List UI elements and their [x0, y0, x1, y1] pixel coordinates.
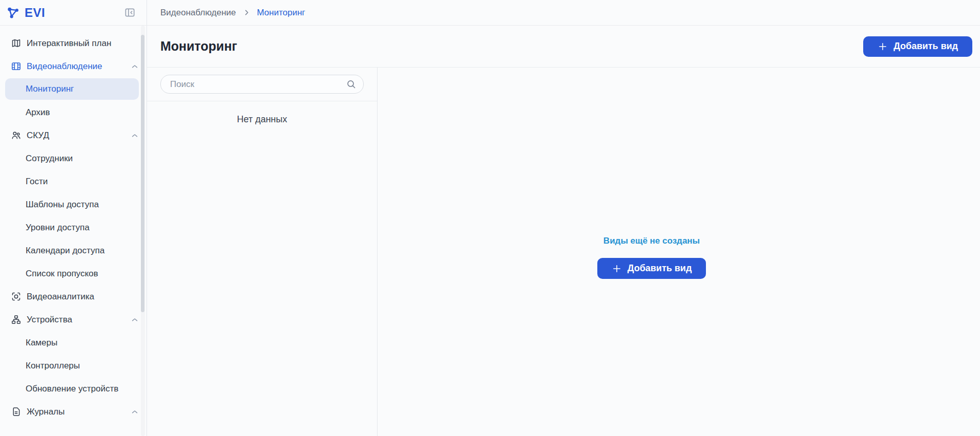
- sidebar-header: EVI: [0, 0, 147, 26]
- monitoring-canvas: Виды ещё не созданы Добавить вид: [378, 68, 980, 436]
- map-icon: [10, 38, 22, 49]
- plus-icon: [612, 264, 622, 274]
- sidebar-item-devices[interactable]: Устройства: [0, 308, 147, 331]
- sidebar: EVI Интерактивный план: [0, 0, 147, 436]
- breadcrumb-item-monitoring[interactable]: Мониторинг: [257, 8, 305, 18]
- app-logo[interactable]: EVI: [6, 6, 45, 20]
- sidebar-item-label: Гости: [26, 177, 48, 187]
- sidebar-item-video-surveillance[interactable]: Видеонаблюдение: [0, 55, 147, 78]
- workspace: Нет данных Виды ещё не созданы Добавить …: [147, 68, 980, 436]
- sidebar-item-guests[interactable]: Гости: [0, 170, 147, 193]
- add-view-button-label: Добавить вид: [628, 263, 692, 274]
- sidebar-item-label: Обновление устройств: [26, 384, 118, 394]
- chevron-up-icon[interactable]: [131, 62, 139, 71]
- app-root: EVI Интерактивный план: [0, 0, 980, 436]
- sidebar-item-device-updates[interactable]: Обновление устройств: [0, 377, 147, 400]
- add-view-button-empty-state[interactable]: Добавить вид: [597, 258, 706, 279]
- sidebar-scrollbar-thumb[interactable]: [141, 35, 144, 312]
- sidebar-item-label: Устройства: [27, 315, 72, 325]
- sidebar-nav: Интерактивный план Видеонаблюдение Монит…: [0, 26, 147, 436]
- sidebar-item-video-analytics[interactable]: Видеоаналитика: [0, 285, 147, 308]
- sidebar-item-label: Камеры: [26, 338, 57, 348]
- sidebar-item-cameras[interactable]: Камеры: [0, 331, 147, 354]
- document-icon: [10, 406, 22, 418]
- sidebar-item-label: Уровни доступа: [26, 223, 90, 233]
- scan-focus-icon: [10, 291, 22, 302]
- users-icon: [10, 130, 22, 141]
- sidebar-item-employees[interactable]: Сотрудники: [0, 147, 147, 170]
- sidebar-item-logs[interactable]: Журналы: [0, 400, 147, 423]
- chevron-up-icon[interactable]: [131, 316, 139, 324]
- add-view-button-label: Добавить вид: [893, 41, 958, 52]
- search-input[interactable]: [160, 75, 364, 94]
- chevron-up-icon[interactable]: [131, 132, 139, 140]
- list-empty-text: Нет данных: [147, 114, 377, 125]
- breadcrumb-item-video-surveillance[interactable]: Видеонаблюдение: [160, 8, 236, 18]
- sidebar-item-label: Архив: [26, 107, 50, 118]
- content-area: Видеонаблюдение Мониторинг Мониторинг До…: [147, 0, 980, 436]
- add-view-button[interactable]: Добавить вид: [863, 36, 972, 57]
- empty-state: Виды ещё не созданы Добавить вид: [597, 236, 706, 279]
- sidebar-item-label: Контроллеры: [26, 361, 80, 371]
- sidebar-item-access-templates[interactable]: Шаблоны доступа: [0, 193, 147, 216]
- chevron-right-icon: [243, 9, 251, 16]
- sidebar-item-label: Сотрудники: [26, 154, 73, 164]
- panel-collapse-icon[interactable]: [123, 6, 136, 19]
- sidebar-item-label: Видеоаналитика: [27, 292, 94, 302]
- breadcrumb: Видеонаблюдение Мониторинг: [147, 0, 980, 26]
- sidebar-item-controllers[interactable]: Контроллеры: [0, 354, 147, 377]
- sidebar-item-pass-list[interactable]: Список пропусков: [0, 262, 147, 285]
- sidebar-item-label: Мониторинг: [26, 84, 74, 94]
- search-bar: [147, 68, 377, 101]
- page-header: Мониторинг Добавить вид: [147, 26, 980, 68]
- page-title: Мониторинг: [160, 39, 237, 54]
- sidebar-item-monitoring[interactable]: Мониторинг: [5, 78, 139, 100]
- views-list: Нет данных: [147, 101, 377, 436]
- sidebar-item-access-levels[interactable]: Уровни доступа: [0, 216, 147, 239]
- sidebar-item-label: Журналы: [27, 407, 65, 417]
- sidebar-item-interactive-plan[interactable]: Интерактивный план: [0, 32, 147, 55]
- sidebar-item-label: Видеонаблюдение: [27, 61, 102, 72]
- empty-state-message: Виды ещё не созданы: [603, 236, 700, 246]
- chevron-up-icon[interactable]: [131, 408, 139, 416]
- views-list-panel: Нет данных: [147, 68, 378, 436]
- sidebar-item-archive[interactable]: Архив: [0, 101, 147, 124]
- sidebar-item-label: СКУД: [27, 130, 49, 141]
- sidebar-item-access-calendars[interactable]: Календари доступа: [0, 239, 147, 262]
- sidebar-item-label: Интерактивный план: [27, 38, 111, 49]
- logo-text: EVI: [25, 6, 45, 20]
- sidebar-item-acs[interactable]: СКУД: [0, 124, 147, 147]
- sidebar-item-label: Шаблоны доступа: [26, 200, 99, 210]
- sidebar-item-label: Список пропусков: [26, 269, 98, 279]
- hierarchy-icon: [10, 314, 22, 325]
- video-wall-icon: [10, 61, 22, 72]
- sidebar-scrollbar[interactable]: [141, 26, 145, 436]
- molecule-icon: [6, 6, 20, 19]
- plus-icon: [878, 41, 888, 52]
- sidebar-item-label: Календари доступа: [26, 246, 105, 256]
